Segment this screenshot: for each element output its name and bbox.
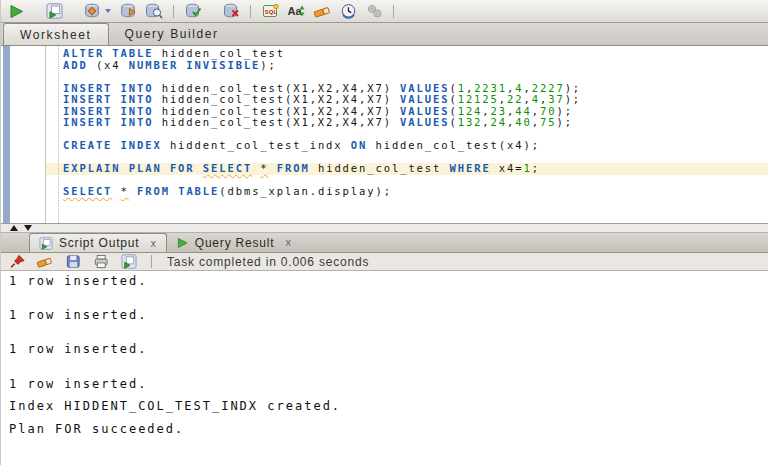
pushpin-icon: [9, 254, 25, 269]
case-toggle-button[interactable]: Aa: [285, 2, 307, 21]
clock-icon: [340, 3, 357, 19]
cancel-task-button[interactable]: [363, 2, 385, 21]
code-line-highlighted[interactable]: EXPLAIN PLAN FOR SELECT * FROM hidden_co…: [46, 163, 768, 175]
editor-margin-strip: [3, 46, 10, 223]
sql-history-button[interactable]: [337, 2, 359, 21]
svg-text:Aa: Aa: [288, 5, 303, 17]
output-tabbar: Script Output x Query Result x: [1, 233, 768, 253]
tab-worksheet[interactable]: Worksheet: [3, 23, 109, 45]
explain-plan-button[interactable]: [117, 2, 139, 21]
commit-icon: [185, 3, 202, 19]
panel-splitter[interactable]: [1, 224, 768, 233]
sql-developer-window: SQL Aa: [0, 0, 768, 465]
task-status: Task completed in 0.006 seconds: [167, 255, 369, 269]
tab-query-builder[interactable]: Query Builder: [109, 23, 235, 45]
output-toolbar: Task completed in 0.006 seconds: [1, 253, 768, 271]
main-toolbar: SQL Aa: [1, 0, 768, 23]
unshared-worksheet-button[interactable]: SQL: [259, 2, 281, 21]
code-line[interactable]: INSERT INTO hidden_col_test(X1,X2,X4,X7)…: [46, 117, 768, 129]
close-icon[interactable]: x: [285, 237, 291, 248]
gears-icon: [366, 3, 383, 19]
run-statement-button[interactable]: [5, 2, 27, 21]
sql-tuning-advisor-button[interactable]: [143, 2, 165, 21]
clear-button[interactable]: [311, 2, 333, 21]
run-script-icon: [46, 3, 63, 19]
toolbar-separator: [173, 5, 174, 18]
collapse-down-icon[interactable]: [24, 225, 32, 231]
code-line[interactable]: SELECT * FROM TABLE(dbms_xplan.display);: [46, 186, 768, 198]
tab-worksheet-label: Worksheet: [20, 28, 92, 42]
run-statement-icon: [8, 4, 25, 19]
toolbar-separator: [151, 255, 152, 268]
run-statement-icon: [176, 237, 189, 249]
unshared-worksheet-icon: SQL: [262, 3, 279, 19]
autotrace-dropdown-icon[interactable]: [105, 9, 111, 13]
eraser-icon: [313, 3, 331, 19]
sql-editor[interactable]: ALTER TABLE hidden_col_testADD (x4 NUMBE…: [1, 46, 768, 224]
code-line[interactable]: ADD (x4 NUMBER INVISIBLE);: [46, 60, 768, 72]
explain-plan-icon: [120, 3, 137, 19]
run-script-button[interactable]: [43, 2, 65, 21]
save-button[interactable]: [63, 254, 82, 270]
toolbar-separator: [250, 5, 251, 18]
eraser-icon: [36, 254, 53, 269]
worksheet-tabbar: Worksheet Query Builder: [1, 23, 768, 46]
printer-icon: [93, 254, 109, 269]
svg-text:SQL: SQL: [264, 9, 277, 15]
code-line[interactable]: CREATE INDEX hiddent_col_test_indx ON hi…: [46, 140, 768, 152]
clear-output-button[interactable]: [35, 254, 54, 270]
rollback-button[interactable]: [220, 2, 242, 21]
tab-query-result-label: Query Result: [195, 236, 275, 250]
run-script-icon: [121, 254, 137, 269]
tab-script-output-label: Script Output: [59, 236, 139, 250]
tab-query-result[interactable]: Query Result x: [167, 233, 301, 252]
code-area[interactable]: ALTER TABLE hidden_col_testADD (x4 NUMBE…: [46, 48, 768, 198]
editor-indent-guide: [58, 46, 59, 223]
tab-script-output[interactable]: Script Output x: [29, 233, 167, 252]
run-script-output-button[interactable]: [119, 254, 138, 270]
tab-query-builder-label: Query Builder: [125, 27, 219, 41]
toolbar-separator: [393, 5, 394, 18]
run-script-icon: [39, 237, 53, 250]
floppy-save-icon: [65, 254, 81, 269]
rollback-icon: [223, 3, 240, 19]
script-output-text: 1 row inserted. 1 row inserted. 1 row in…: [1, 271, 768, 465]
close-icon[interactable]: x: [150, 238, 156, 249]
autotrace-icon: [84, 3, 101, 19]
print-button[interactable]: [91, 254, 110, 270]
pin-button[interactable]: [7, 254, 26, 270]
sql-tuning-advisor-icon: [145, 3, 163, 19]
commit-button[interactable]: [182, 2, 204, 21]
autotrace-button[interactable]: [81, 2, 103, 21]
collapse-up-icon[interactable]: [10, 225, 18, 231]
case-toggle-icon: Aa: [287, 3, 305, 19]
